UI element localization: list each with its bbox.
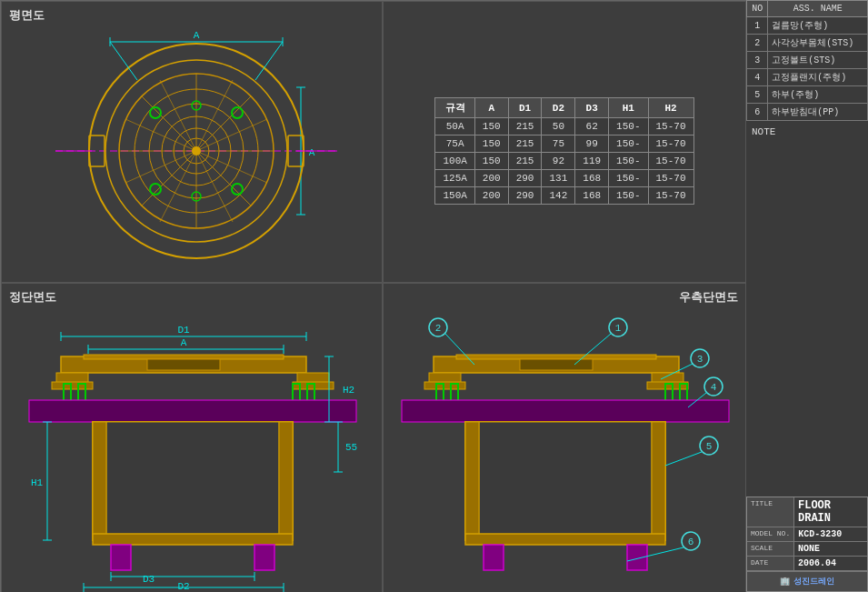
table-row: 125A200290131168150-15-70 [435, 170, 693, 187]
parts-table: NO ASS. NAME 1걸름망(주형)2사각상부몸체(STS)3고정볼트(S… [746, 0, 868, 121]
svg-text:A: A [309, 147, 315, 158]
svg-rect-86 [456, 355, 656, 359]
plan-view-svg: A A [19, 15, 364, 269]
svg-line-36 [110, 42, 137, 80]
title-row-scale: SCALE NONE [747, 542, 867, 557]
table-row: 75A1502157599150-15-70 [435, 135, 693, 153]
svg-point-26 [232, 107, 243, 118]
svg-point-28 [232, 184, 243, 195]
panel-bottom-left: 정단면도 D1 A [1, 283, 383, 592]
title-value: FLOOR DRAIN [794, 497, 867, 527]
scale-label: SCALE [747, 542, 794, 556]
svg-rect-77 [254, 545, 274, 570]
title-row-title: TITLE FLOOR DRAIN [747, 497, 867, 527]
svg-rect-68 [106, 422, 279, 540]
svg-rect-97 [402, 400, 729, 422]
title-row-date: DATE 2006.04 [747, 557, 867, 571]
front-section-svg: D1 A [2, 284, 383, 592]
dimension-table: 규격AD1D2D3H1H2 50A1502155062150-15-7075A1… [434, 97, 693, 205]
svg-text:1: 1 [615, 323, 622, 334]
svg-rect-48 [147, 359, 220, 370]
svg-rect-104 [627, 545, 647, 570]
parts-col-name: ASS. NAME [768, 1, 868, 17]
svg-text:H1: H1 [31, 477, 44, 488]
parts-col-no: NO [747, 1, 768, 17]
svg-rect-89 [424, 382, 465, 389]
svg-rect-99 [479, 422, 652, 540]
table-row: 50A1502155062150-15-70 [435, 118, 693, 135]
right-panel: NO ASS. NAME 1걸름망(주형)2사각상부몸체(STS)3고정볼트(S… [745, 0, 868, 592]
svg-text:D2: D2 [177, 581, 189, 592]
svg-rect-102 [465, 534, 665, 545]
panel-bottom-right: 우측단면도 [383, 283, 746, 592]
svg-text:H2: H2 [343, 385, 354, 396]
list-item: 3고정볼트(STS) [747, 52, 868, 69]
panel-top-left-label: 평면도 [9, 7, 45, 24]
table-row: 100A15021592119150-15-70 [435, 153, 693, 170]
logo-icon: 🏢 [780, 577, 790, 587]
table-row: 150A200290142168150-15-70 [435, 187, 693, 205]
panel-top-left: 평면도 A A [1, 1, 383, 283]
svg-text:D1: D1 [177, 325, 190, 336]
list-item: 1걸름망(주형) [747, 17, 868, 35]
svg-text:2: 2 [435, 323, 442, 334]
svg-point-25 [150, 107, 161, 118]
svg-rect-69 [93, 422, 106, 540]
svg-rect-101 [652, 422, 665, 540]
main-grid: 평면도 A A [0, 0, 868, 592]
svg-rect-87 [520, 359, 593, 370]
svg-text:6: 6 [688, 537, 694, 547]
list-item: 4고정플랜지(주형) [747, 69, 868, 86]
svg-text:A: A [181, 337, 187, 348]
svg-point-27 [150, 184, 161, 195]
title-label: TITLE [747, 497, 794, 527]
svg-rect-71 [93, 534, 293, 545]
svg-point-35 [192, 146, 201, 156]
svg-text:A: A [194, 30, 200, 41]
svg-rect-47 [84, 355, 284, 359]
logo-area: 🏢 성진드레인 [747, 571, 867, 591]
svg-rect-103 [484, 545, 504, 570]
logo-text: 성진드레인 [793, 576, 834, 587]
svg-rect-100 [465, 422, 479, 540]
list-item: 2사각상부몸체(STS) [747, 35, 868, 52]
model-label: MODEL NO. [747, 527, 794, 541]
panel-top-right: 규격AD1D2D3H1H2 50A1502155062150-15-7075A1… [383, 1, 746, 283]
svg-rect-58 [29, 400, 356, 422]
model-value: KCD-3230 [794, 527, 867, 541]
svg-line-37 [255, 42, 283, 80]
svg-rect-51 [52, 382, 93, 389]
scale-value: NONE [794, 542, 867, 556]
svg-text:3: 3 [697, 354, 703, 365]
svg-text:4: 4 [711, 382, 717, 393]
svg-text:55: 55 [345, 442, 357, 453]
list-item: 5하부(주형) [747, 86, 868, 104]
list-item: 6하부받침대(PP) [747, 104, 868, 121]
date-label: DATE [747, 557, 794, 570]
svg-rect-70 [279, 422, 293, 540]
note-area: NOTE [746, 121, 868, 497]
date-value: 2006.04 [794, 557, 867, 570]
panel-bottom-right-label: 우측단면도 [679, 289, 738, 306]
d3-label: D3 [143, 574, 155, 585]
drawing-area: 평면도 A A [0, 0, 745, 592]
svg-line-117 [665, 452, 702, 466]
svg-text:5: 5 [706, 441, 713, 452]
svg-rect-76 [111, 545, 131, 570]
title-row-model: MODEL NO. KCD-3230 [747, 527, 867, 542]
panel-bottom-left-label: 정단면도 [9, 289, 56, 306]
right-section-svg: 1 2 3 4 5 6 [384, 284, 746, 592]
note-label: NOTE [752, 126, 863, 137]
title-block: TITLE FLOOR DRAIN MODEL NO. KCD-3230 SCA… [746, 497, 868, 592]
